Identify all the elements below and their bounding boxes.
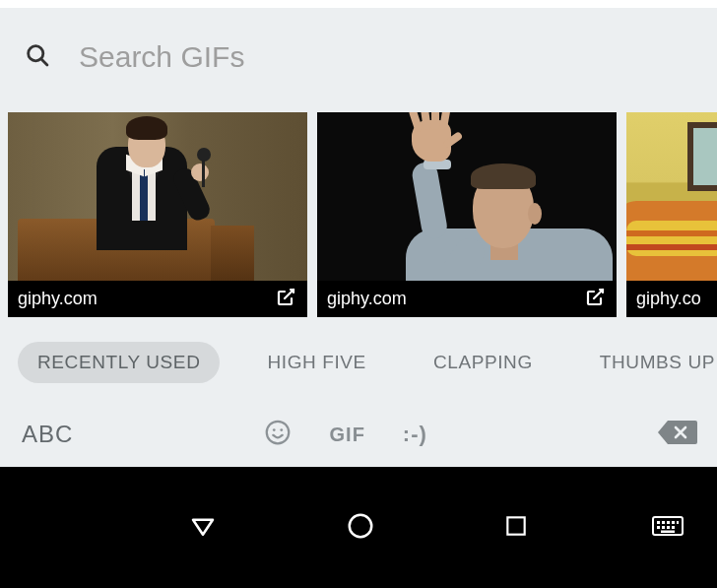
svg-rect-12 [677,521,679,524]
nav-recent-icon [503,525,529,542]
category-chip-thumbs-up[interactable]: THUMBS UP [580,342,717,383]
gif-footer: giphy.com [8,281,307,317]
gif-source-label: giphy.com [327,289,407,309]
textface-tab-button[interactable]: :-) [403,422,427,447]
gif-tab-button[interactable]: GIF [330,424,365,446]
gif-source-label: giphy.co [636,289,701,309]
search-icon[interactable] [24,41,51,73]
svg-rect-14 [662,526,665,529]
nav-back-button[interactable] [188,511,218,545]
svg-rect-16 [672,526,675,529]
gif-source-label: giphy.com [18,289,98,309]
gif-footer: giphy.com [317,281,617,317]
gif-footer: giphy.co [626,281,717,317]
emoji-tab-button[interactable] [263,418,293,451]
category-chip-clapping[interactable]: CLAPPING [414,342,553,383]
svg-point-4 [280,428,283,431]
gif-thumbnail [8,112,307,286]
gif-results-strip[interactable]: giphy.com [0,106,717,323]
search-input[interactable] [79,40,571,74]
svg-point-5 [350,514,372,537]
svg-rect-15 [667,526,670,529]
nav-keyboard-button[interactable] [652,514,684,542]
open-external-icon[interactable] [583,286,607,313]
top-edge [0,0,717,8]
svg-point-2 [266,422,289,444]
gif-keyboard-panel: giphy.com [0,0,717,588]
svg-rect-9 [662,521,665,524]
gif-thumbnail [317,112,617,286]
backspace-icon [656,433,699,450]
android-nav-bar [0,467,717,588]
svg-point-3 [272,428,275,431]
nav-home-icon [346,527,375,544]
nav-recent-button[interactable] [503,513,529,543]
nav-home-button[interactable] [346,511,375,545]
gif-category-row[interactable]: RECENTLY USED HIGH FIVE CLAPPING THUMBS … [0,323,717,402]
abc-keyboard-button[interactable]: ABC [22,421,73,448]
gif-thumbnail [626,112,717,286]
svg-line-1 [41,59,47,65]
svg-rect-11 [672,521,675,524]
svg-rect-13 [657,526,660,529]
category-chip-high-five[interactable]: HIGH FIVE [247,342,385,383]
category-chip-recently-used[interactable]: RECENTLY USED [18,342,220,383]
emoji-icon [263,418,293,451]
keyboard-mode-row: ABC GIF :-) [0,402,717,467]
svg-rect-17 [661,530,675,533]
gif-result[interactable]: giphy.com [8,112,307,317]
search-bar [0,8,717,106]
svg-rect-10 [667,521,670,524]
gif-result[interactable]: giphy.com [317,112,617,317]
svg-rect-8 [657,521,660,524]
gif-result[interactable]: giphy.co [626,112,717,317]
nav-back-icon [188,527,218,544]
nav-keyboard-icon [652,524,684,541]
svg-rect-6 [507,517,524,534]
open-external-icon[interactable] [274,286,297,313]
backspace-button[interactable] [656,418,699,451]
